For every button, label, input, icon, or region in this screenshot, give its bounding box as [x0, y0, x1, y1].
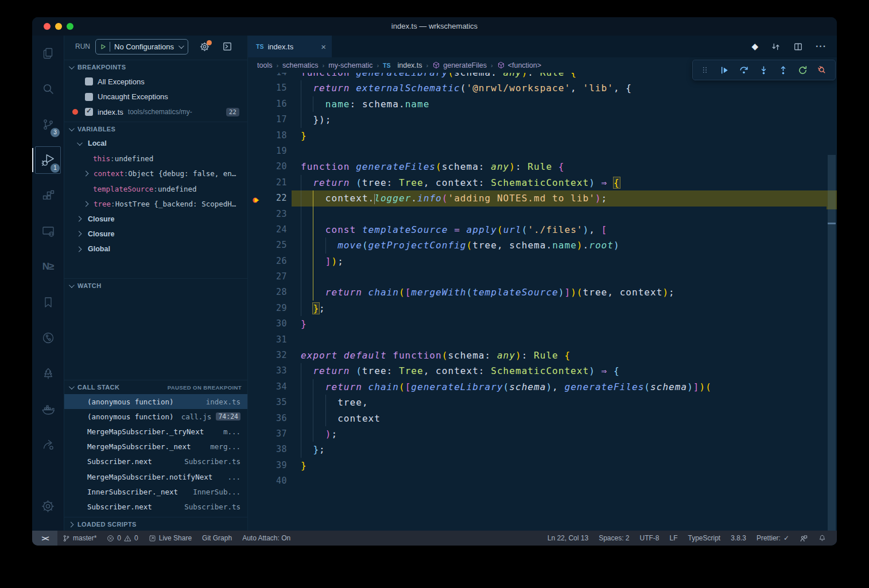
variable-scope-row[interactable]: Closure: [64, 211, 247, 226]
step-out-button[interactable]: [773, 61, 793, 79]
breadcrumb-item[interactable]: <function>: [497, 61, 541, 69]
split-editor-icon[interactable]: [793, 42, 803, 52]
breakpoint-checkbox[interactable]: [85, 108, 93, 116]
code-line: 25move(getProjectConfig(tree, schema.nam…: [248, 237, 837, 253]
activity-docker-icon[interactable]: [32, 391, 64, 427]
token: (: [436, 161, 442, 172]
debug-settings-gear-icon[interactable]: [200, 42, 210, 52]
token: ,: [552, 381, 564, 392]
token: ): [583, 224, 589, 235]
git-branch-status[interactable]: master*: [57, 531, 102, 546]
code-line: 26]);: [248, 254, 837, 269]
variable-row[interactable]: context: Object {debug: false, en…: [64, 166, 247, 181]
gitlens-icon[interactable]: ◆: [751, 41, 758, 52]
more-actions-icon[interactable]: ···: [816, 41, 827, 52]
live-share-status[interactable]: Live Share: [143, 531, 197, 546]
variable-value: HostTree {_backend: ScopedH…: [115, 200, 236, 208]
activity-bookmarks-icon[interactable]: [32, 285, 64, 320]
activity-remote-explorer-icon[interactable]: [32, 213, 64, 249]
activity-search-icon[interactable]: [32, 71, 64, 107]
token: context: [325, 193, 368, 204]
breadcrumb-item[interactable]: tools: [257, 61, 272, 69]
activity-source-control-icon[interactable]: 3: [32, 107, 64, 142]
activity-live-share-icon[interactable]: [32, 427, 64, 462]
line-number: 26: [248, 254, 287, 269]
call-stack-frame[interactable]: Subscriber.nextSubscriber.ts: [64, 454, 247, 469]
breakpoint-row[interactable]: All Exceptions: [64, 74, 247, 89]
breadcrumb-item[interactable]: schematics: [282, 61, 319, 69]
debug-console-icon[interactable]: [222, 41, 232, 52]
prettier-status[interactable]: Prettier:✓: [751, 531, 794, 546]
step-into-button[interactable]: [754, 61, 773, 79]
remote-indicator[interactable]: ><: [32, 531, 57, 546]
breakpoints-header[interactable]: BREAKPOINTS: [64, 60, 247, 74]
disconnect-button[interactable]: [812, 61, 832, 79]
token: (: [399, 381, 405, 392]
ts-version[interactable]: 3.8.3: [726, 531, 751, 546]
variable-scope-row[interactable]: Global: [64, 242, 247, 256]
notifications-bell[interactable]: [813, 531, 831, 546]
restart-button[interactable]: [793, 61, 812, 79]
activity-explorer-icon[interactable]: [32, 36, 64, 71]
indent-guide: [313, 222, 325, 237]
activity-todo-tree-icon[interactable]: [32, 356, 64, 391]
variable-row[interactable]: templateSource: undefined: [64, 181, 247, 196]
language-mode[interactable]: TypeScript: [683, 531, 726, 546]
close-tab-icon[interactable]: ×: [321, 42, 326, 52]
explorer-icon: [41, 46, 55, 60]
variable-row[interactable]: this: undefined: [64, 151, 247, 166]
call-stack-frame[interactable]: InnerSubscriber._nextInnerSub...: [64, 484, 247, 499]
watch-header[interactable]: WATCH: [64, 279, 247, 293]
tab-index-ts[interactable]: TS index.ts ×: [248, 36, 332, 57]
breakpoint-current-line-icon[interactable]: [251, 194, 262, 209]
encoding-status[interactable]: UTF-8: [635, 531, 665, 546]
variables-header[interactable]: VARIABLES: [64, 122, 247, 136]
breakpoint-checkbox[interactable]: [85, 93, 93, 101]
breadcrumb-item[interactable]: generateFiles: [432, 61, 487, 69]
tab-label: index.ts: [267, 42, 293, 51]
git-graph-status[interactable]: Git Graph: [197, 531, 237, 546]
problems-status[interactable]: 00: [102, 531, 143, 546]
frame-file: ...: [222, 473, 240, 481]
activity-run-debug-icon[interactable]: 1: [32, 142, 64, 178]
breakpoint-row[interactable]: Uncaught Exceptions: [64, 89, 247, 105]
eol-status[interactable]: LF: [665, 531, 683, 546]
indentation-status[interactable]: Spaces: 2: [593, 531, 634, 546]
call-stack-frame[interactable]: MergeMapSubscriber.notifyNext...: [64, 469, 247, 484]
call-stack-header[interactable]: CALL STACK PAUSED ON BREAKPOINT: [64, 380, 247, 394]
variable-scope-row[interactable]: Local: [64, 136, 247, 151]
variable-row[interactable]: tree: HostTree {_backend: ScopedH…: [64, 196, 247, 211]
activity-extensions-icon[interactable]: [32, 178, 64, 213]
cursor-position[interactable]: Ln 22, Col 13: [542, 531, 593, 546]
line-number: 32: [248, 348, 287, 363]
code-editor[interactable]: 14function generateLibrary(schema: any):…: [248, 73, 837, 531]
call-stack-frame[interactable]: Subscriber.nextSubscriber.ts: [64, 499, 247, 514]
call-stack-frame[interactable]: MergeMapSubscriber._nextmerg...: [64, 439, 247, 454]
token: (: [503, 381, 510, 392]
call-stack-frame[interactable]: (anonymous function)call.js74:24: [64, 409, 247, 424]
variable-scope-row[interactable]: Closure: [64, 227, 247, 242]
breakpoint-checkbox[interactable]: [85, 77, 93, 85]
toolbar-grip-handle[interactable]: [695, 61, 715, 79]
auto-attach-status[interactable]: Auto Attach: On: [237, 531, 296, 546]
continue-button[interactable]: [715, 61, 734, 79]
launch-config-dropdown[interactable]: No Configurations: [95, 39, 188, 54]
feedback-smiley[interactable]: [794, 531, 813, 546]
chevron-down-icon: [179, 43, 184, 49]
activity-settings-gear-icon[interactable]: [32, 488, 64, 524]
overview-ruler[interactable]: [827, 73, 837, 531]
step-over-button[interactable]: [734, 61, 754, 79]
token: ): [546, 381, 552, 392]
breadcrumb-item[interactable]: my-schematic: [328, 61, 373, 69]
call-stack-frame[interactable]: MergeMapSubscriber._tryNextm...: [64, 424, 247, 439]
breakpoint-row[interactable]: index.tstools/schematics/my-sch...22: [64, 104, 247, 120]
activity-git-graph-icon[interactable]: [32, 320, 64, 356]
activity-nx-console-icon[interactable]: N≥: [32, 249, 64, 285]
token: ,: [607, 287, 619, 298]
start-debug-icon[interactable]: [99, 43, 107, 50]
scrollbar-slider[interactable]: [828, 155, 836, 531]
call-stack-frame[interactable]: (anonymous function)index.ts: [64, 394, 247, 409]
breadcrumb-item[interactable]: TSindex.ts: [383, 61, 422, 69]
compare-changes-icon[interactable]: [771, 42, 781, 52]
loaded-scripts-header[interactable]: LOADED SCRIPTS: [64, 517, 247, 531]
